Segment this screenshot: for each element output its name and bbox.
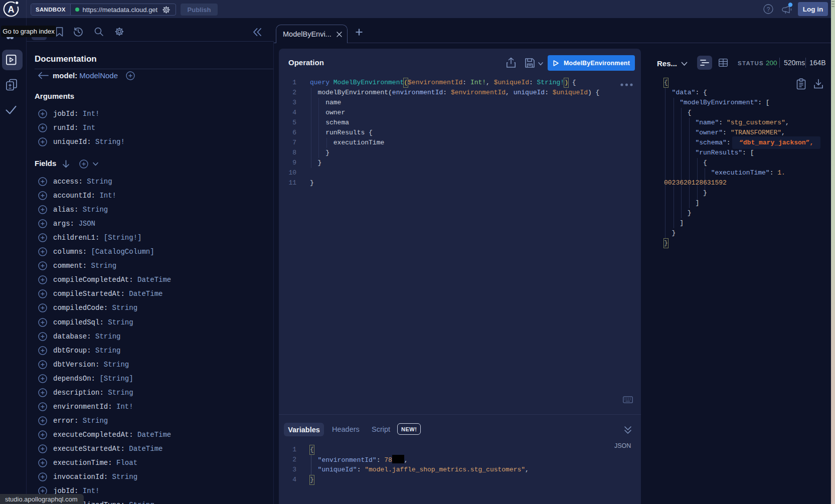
svg-text:A: A [8,5,15,15]
svg-text:?: ? [767,6,770,13]
